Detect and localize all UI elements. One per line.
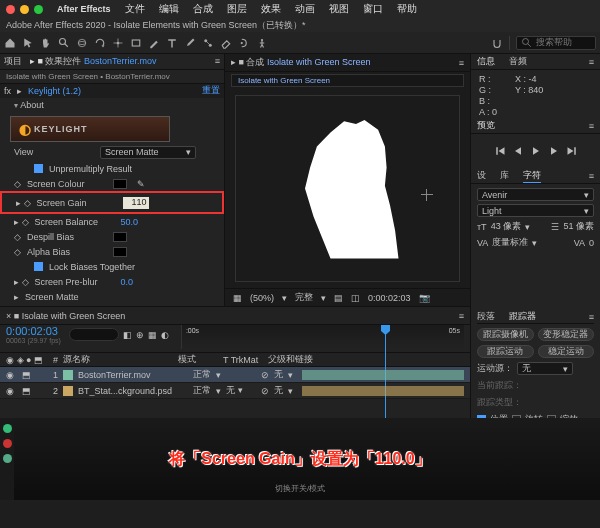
zoom-level[interactable]: (50%) xyxy=(250,293,274,303)
tab-tracker[interactable]: 跟踪器 xyxy=(509,310,536,323)
checkbox[interactable] xyxy=(34,164,43,173)
tl-icon[interactable]: ▦ xyxy=(148,330,157,340)
effect-header[interactable]: fx ▸ Keylight (1.2) 重置 xyxy=(0,84,224,98)
anchor-icon[interactable] xyxy=(112,37,124,49)
prop-screenmatte[interactable]: ▸Screen Matte xyxy=(0,289,224,304)
layer-row-2[interactable]: ◉ ⬒2BT_Stat...ckground.psd正常▾无 ▾⊘无▾ xyxy=(0,383,470,399)
brush-icon[interactable] xyxy=(184,37,196,49)
tab-audio[interactable]: 音频 xyxy=(509,55,527,68)
tab-preview[interactable]: 预览 xyxy=(477,119,495,132)
grid-icon[interactable]: ▤ xyxy=(334,293,343,303)
menu-anim[interactable]: 动画 xyxy=(295,2,315,16)
view-dropdown[interactable]: Screen Matte▾ xyxy=(100,146,196,159)
leading-icon: ☰ xyxy=(551,222,559,232)
play-icon[interactable] xyxy=(530,145,542,157)
tl-icon[interactable]: ◐ xyxy=(161,330,169,340)
tab-char[interactable]: 字符 xyxy=(523,169,541,183)
reset-link[interactable]: 重置 xyxy=(202,84,220,97)
res-dropdown[interactable]: 完整 xyxy=(295,291,313,304)
document-title: Adobe After Effects 2020 - Isolate Eleme… xyxy=(0,18,600,32)
color-swatch[interactable] xyxy=(113,247,127,257)
comp-tab-label[interactable]: ▸ ■ 合成 Isolate with Green Screen xyxy=(231,56,371,69)
tl-tab[interactable]: × ■ Isolate with Green Screen xyxy=(6,311,125,321)
menu-file[interactable]: 文件 xyxy=(125,2,145,16)
panel-menu-icon[interactable]: ≡ xyxy=(215,56,220,66)
first-frame-icon[interactable] xyxy=(494,145,506,157)
tl-icon[interactable]: ◧ xyxy=(123,330,132,340)
tab-lib[interactable]: 库 xyxy=(500,169,509,182)
eyedropper-icon[interactable]: ✎ xyxy=(137,179,145,189)
camera-icon[interactable]: 📷 xyxy=(419,293,430,303)
screen-gain-input[interactable]: 110 xyxy=(123,197,149,209)
fx-checkbox[interactable]: fx xyxy=(4,86,11,96)
eye-icon[interactable]: ▸ xyxy=(17,86,22,96)
help-search[interactable]: 搜索帮助 xyxy=(516,36,596,50)
timeline-panel: × ■ Isolate with Green Screen≡ 0:00:02:0… xyxy=(0,306,470,418)
font-size[interactable]: 43 像素 xyxy=(491,220,522,233)
track-camera-btn[interactable]: 跟踪摄像机 xyxy=(477,328,534,341)
tl-icon[interactable]: ⊕ xyxy=(136,330,144,340)
checkbox[interactable] xyxy=(34,262,43,271)
alpha-icon[interactable]: ▦ xyxy=(233,293,242,303)
panel-menu-icon[interactable]: ≡ xyxy=(459,58,464,68)
toggle-switches-label[interactable]: 切换开关/模式 xyxy=(275,483,325,494)
anim-icon[interactable]: ◇ xyxy=(14,179,21,189)
tab-set[interactable]: 设 xyxy=(477,169,486,182)
zoom-icon[interactable] xyxy=(58,37,70,49)
color-swatch[interactable] xyxy=(113,232,127,242)
menu-help[interactable]: 帮助 xyxy=(397,2,417,16)
max-dot[interactable] xyxy=(34,5,43,14)
menu-edit[interactable]: 编辑 xyxy=(159,2,179,16)
dock xyxy=(0,418,14,500)
time-ruler[interactable]: :00s 05s xyxy=(181,325,464,349)
warp-stab-btn[interactable]: 变形稳定器 xyxy=(538,328,595,341)
svg-point-2 xyxy=(78,41,86,44)
close-dot[interactable] xyxy=(6,5,15,14)
snap-icon[interactable] xyxy=(491,37,503,49)
menu-view[interactable]: 视图 xyxy=(329,2,349,16)
prev-frame-icon[interactable] xyxy=(512,145,524,157)
track-motion-btn[interactable]: 跟踪运动 xyxy=(477,345,534,358)
rotate-icon[interactable] xyxy=(94,37,106,49)
next-frame-icon[interactable] xyxy=(548,145,560,157)
character-panel: Avenir▾ Light▾ тT43 像素▾☰51 像素 VA度量标准▾VA0 xyxy=(471,184,600,262)
layer-bar[interactable] xyxy=(302,386,464,396)
motion-src-dd[interactable]: 无▾ xyxy=(517,362,573,375)
eraser-icon[interactable] xyxy=(220,37,232,49)
puppet-icon[interactable] xyxy=(256,37,268,49)
clone-icon[interactable] xyxy=(202,37,214,49)
menu-window[interactable]: 窗口 xyxy=(363,2,383,16)
orbit-icon[interactable] xyxy=(76,37,88,49)
menu-layer[interactable]: 图层 xyxy=(227,2,247,16)
rect-icon[interactable] xyxy=(130,37,142,49)
home-icon[interactable] xyxy=(4,37,16,49)
timecode[interactable]: 0:00:02:03 xyxy=(6,325,61,337)
comp-crumb[interactable]: Isolate with Green Screen xyxy=(231,74,464,87)
min-dot[interactable] xyxy=(20,5,29,14)
stab-motion-btn[interactable]: 稳定运动 xyxy=(538,345,595,358)
tab-effects[interactable]: ▸ ■ 效果控件 BostonTerrier.mov xyxy=(30,55,156,68)
selection-icon[interactable] xyxy=(22,37,34,49)
color-swatch[interactable] xyxy=(113,179,127,189)
tl-search[interactable] xyxy=(69,328,119,341)
tab-para[interactable]: 段落 xyxy=(477,310,495,323)
last-frame-icon[interactable] xyxy=(566,145,578,157)
menu-effect[interactable]: 效果 xyxy=(261,2,281,16)
tab-project[interactable]: 项目 xyxy=(4,55,22,68)
timecode-display[interactable]: 0:00:02:03 xyxy=(368,293,411,303)
tab-info[interactable]: 信息 xyxy=(477,55,495,68)
about-twirl[interactable]: ▾ About xyxy=(0,98,224,112)
prop-screenbalance: ▸ ◇Screen Balance50.0 xyxy=(0,214,224,229)
roto-icon[interactable] xyxy=(238,37,250,49)
text-icon[interactable] xyxy=(166,37,178,49)
viewport[interactable] xyxy=(235,95,460,282)
hand-icon[interactable] xyxy=(40,37,52,49)
pen-icon[interactable] xyxy=(148,37,160,49)
mask-icon[interactable]: ◫ xyxy=(351,293,360,303)
font-family[interactable]: Avenir▾ xyxy=(477,188,594,201)
effect-name: Keylight (1.2) xyxy=(28,86,196,96)
layer-row-1[interactable]: ◉ ⬒1BostonTerrier.mov正常▾⊘无▾ xyxy=(0,367,470,383)
layer-bar[interactable] xyxy=(302,370,464,380)
menu-comp[interactable]: 合成 xyxy=(193,2,213,16)
font-style[interactable]: Light▾ xyxy=(477,204,594,217)
